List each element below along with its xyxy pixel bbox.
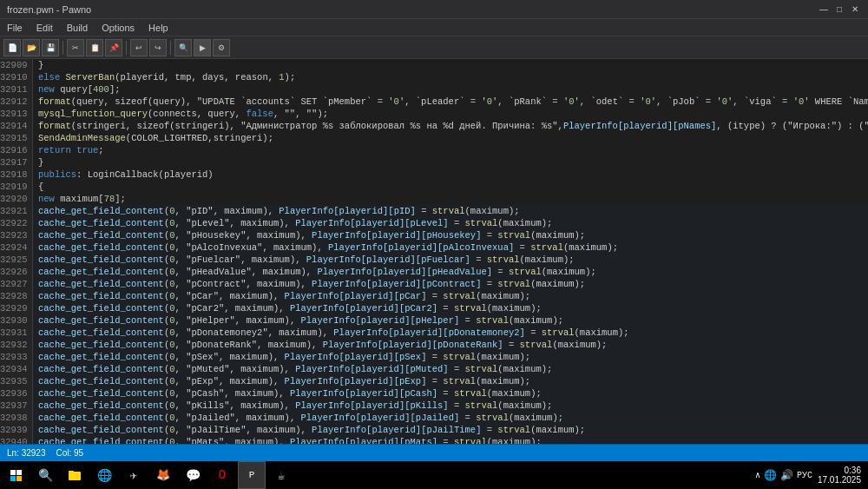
tray-speaker-icon[interactable]: 🔊: [780, 469, 793, 482]
editor-container: 3290932910329113291232913329143291532916…: [0, 59, 868, 444]
line-number: 32922: [0, 217, 32, 229]
toolbar-open[interactable]: 📂: [23, 39, 40, 56]
code-line[interactable]: format(stringeri, sizeof(stringeri), "Ад…: [33, 120, 868, 132]
taskbar-browser-edge[interactable]: 🌐: [90, 461, 118, 489]
code-line[interactable]: publics: LoginCallback(playerid): [33, 169, 868, 181]
code-line[interactable]: cache_get_field_content(0, "pID", maximu…: [33, 205, 868, 217]
taskbar-opera[interactable]: O: [208, 461, 236, 489]
code-line[interactable]: cache_get_field_content(0, "pAlcoInvexua…: [33, 241, 868, 254]
line-number: 32923: [0, 229, 32, 241]
menu-edit[interactable]: Edit: [33, 23, 56, 33]
toolbar-save[interactable]: 💾: [42, 39, 59, 56]
status-line: Ln: 32923: [7, 448, 46, 458]
toolbar-new[interactable]: 📄: [3, 39, 21, 56]
code-line[interactable]: new query[400];: [33, 83, 868, 96]
code-line[interactable]: else ServerBan(playerid, tmp, days, reas…: [33, 71, 868, 83]
code-line[interactable]: cache_get_field_content(0, "pKills", max…: [33, 400, 868, 412]
line-number: 32924: [0, 241, 32, 254]
menu-file[interactable]: File: [3, 23, 26, 33]
taskbar-search[interactable]: 🔍: [31, 461, 59, 489]
taskbar-telegram[interactable]: ✈: [120, 461, 148, 489]
start-button[interactable]: [3, 463, 28, 487]
line-number: 32931: [0, 327, 32, 339]
toolbar-copy[interactable]: 📋: [86, 39, 103, 56]
minimize-button[interactable]: —: [818, 3, 830, 16]
code-line[interactable]: }: [33, 156, 868, 169]
clock-date: 17.01.2025: [818, 475, 861, 485]
toolbar-cut[interactable]: ✂: [67, 39, 84, 56]
svg-rect-0: [69, 472, 81, 480]
line-number: 32910: [0, 71, 32, 83]
toolbar-compile[interactable]: ▶: [194, 39, 211, 56]
maximize-button[interactable]: □: [833, 3, 845, 16]
line-number: 32925: [0, 254, 32, 266]
code-line[interactable]: mysql_function_query(connects, query, fa…: [33, 108, 868, 120]
code-line[interactable]: cache_get_field_content(0, "pHousekey", …: [33, 229, 868, 241]
code-line[interactable]: cache_get_field_content(0, "pHeadValue",…: [33, 266, 868, 278]
line-number: 32938: [0, 412, 32, 424]
code-line[interactable]: return true;: [33, 144, 868, 156]
tray-up-arrow[interactable]: ∧: [755, 470, 760, 480]
toolbar-undo[interactable]: ↩: [130, 39, 148, 56]
title-controls: — □ ✕: [818, 3, 861, 16]
taskbar-pawno[interactable]: P: [238, 461, 266, 489]
toolbar-sep-2: [126, 41, 127, 55]
menu-build[interactable]: Build: [63, 23, 91, 33]
menu-help[interactable]: Help: [145, 23, 172, 33]
code-line[interactable]: cache_get_field_content(0, "pLevel", max…: [33, 217, 868, 229]
clock[interactable]: 0:36 17.01.2025: [818, 466, 861, 485]
menu-options[interactable]: Options: [98, 23, 138, 33]
code-line[interactable]: cache_get_field_content(0, "pExp", maxim…: [33, 375, 868, 387]
code-line[interactable]: cache_get_field_content(0, "pMats", maxi…: [33, 436, 868, 444]
status-col: Col: 95: [56, 448, 84, 458]
code-line[interactable]: cache_get_field_content(0, "pHelper", ma…: [33, 314, 868, 327]
code-line[interactable]: cache_get_field_content(0, "pDonateRank"…: [33, 339, 868, 351]
toolbar-paste[interactable]: 📌: [105, 39, 122, 56]
windows-logo-icon: [10, 470, 22, 481]
taskbar-discord[interactable]: 💬: [179, 461, 207, 489]
code-line[interactable]: }: [33, 59, 868, 71]
title-bar: frozen.pwn - Pawno — □ ✕: [0, 0, 868, 19]
line-number: 32927: [0, 278, 32, 290]
taskbar-left: 🔍 🌐 ✈ 🦊 💬 O P ☕: [3, 461, 295, 489]
svg-rect-1: [69, 471, 74, 472]
toolbar-run[interactable]: ⚙: [213, 39, 230, 56]
tray-language[interactable]: РУС: [797, 471, 812, 480]
code-line[interactable]: {: [33, 181, 868, 193]
code-line[interactable]: cache_get_field_content(0, "pJailTime", …: [33, 424, 868, 436]
code-line[interactable]: SendAdminMessage(COLOR_LIGHTRED,stringer…: [33, 132, 868, 144]
tray-icons: ∧ 🌐 🔊 РУС: [755, 469, 812, 482]
line-number: 32913: [0, 108, 32, 120]
code-line[interactable]: cache_get_field_content(0, "pJailed", ma…: [33, 412, 868, 424]
code-line[interactable]: cache_get_field_content(0, "pFuelcar", m…: [33, 254, 868, 266]
line-number-gutter: 3290932910329113291232913329143291532916…: [0, 59, 33, 444]
code-line[interactable]: cache_get_field_content(0, "pContract", …: [33, 278, 868, 290]
taskbar-java[interactable]: ☕: [267, 461, 295, 489]
line-number: 32918: [0, 169, 32, 181]
line-number: 32921: [0, 205, 32, 217]
line-number: 32912: [0, 96, 32, 108]
close-button[interactable]: ✕: [849, 3, 861, 16]
toolbar-find[interactable]: 🔍: [174, 39, 192, 56]
code-line[interactable]: cache_get_field_content(0, "pSex", maxim…: [33, 351, 868, 363]
line-number: 32934: [0, 363, 32, 375]
taskbar-firefox[interactable]: 🦊: [149, 461, 177, 489]
code-line[interactable]: new maximum[78];: [33, 193, 868, 205]
code-line[interactable]: cache_get_field_content(0, "pCar", maxim…: [33, 290, 868, 302]
line-number: 32930: [0, 314, 32, 327]
toolbar-redo[interactable]: ↪: [149, 39, 167, 56]
code-line[interactable]: cache_get_field_content(0, "pMuted", max…: [33, 363, 868, 375]
code-line[interactable]: cache_get_field_content(0, "pCar2", maxi…: [33, 302, 868, 314]
line-number: 32929: [0, 302, 32, 314]
code-line[interactable]: cache_get_field_content(0, "pDonatemoney…: [33, 327, 868, 339]
tray-network-icon[interactable]: 🌐: [764, 469, 777, 482]
taskbar-file-manager[interactable]: [61, 461, 89, 489]
code-area[interactable]: }else ServerBan(playerid, tmp, days, rea…: [33, 59, 868, 444]
line-number: 32935: [0, 375, 32, 387]
code-line[interactable]: cache_get_field_content(0, "pCash", maxi…: [33, 387, 868, 400]
code-line[interactable]: format(query, sizeof(query), "UPDATE `ac…: [33, 96, 868, 108]
title-text: frozen.pwn - Pawno: [7, 4, 91, 15]
line-number: 32936: [0, 387, 32, 400]
line-number: 32933: [0, 351, 32, 363]
line-number: 32937: [0, 400, 32, 412]
